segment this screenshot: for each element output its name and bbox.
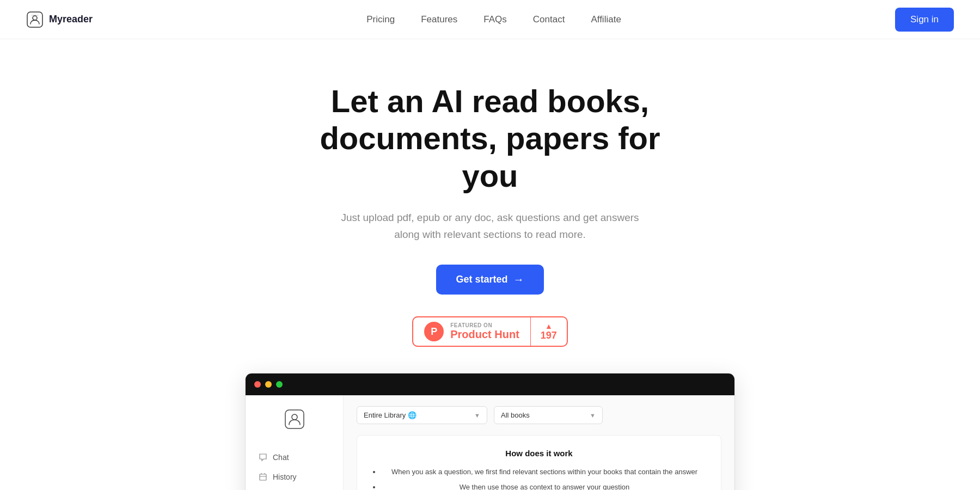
history-icon [259,473,267,481]
nav-faqs[interactable]: FAQs [483,14,507,24]
nav-links: Pricing Features FAQs Contact Affiliate [366,14,621,25]
hero-subtitle: Just upload pdf, epub or any doc, ask qu… [338,210,642,243]
logo-text: Myreader [49,14,93,25]
app-main: Entire Library 🌐 ▼ All books ▼ How does … [344,395,734,490]
nav-features[interactable]: Features [421,14,457,24]
books-chevron-icon: ▼ [590,412,596,419]
product-hunt-badge[interactable]: P FEATURED ON Product Hunt ▲ 197 [412,316,568,347]
ph-text-block: FEATURED ON Product Hunt [450,322,519,341]
svg-rect-2 [285,410,304,428]
nav-affiliate[interactable]: Affiliate [591,14,621,24]
ph-product-hunt-label: Product Hunt [450,328,519,341]
window-maximize-dot [276,381,283,388]
sidebar-item-label-history: History [273,473,297,481]
get-started-button[interactable]: Get started → [436,265,543,295]
get-started-label: Get started [456,274,507,285]
library-select-value: Entire Library 🌐 [364,411,416,419]
list-item: When you ask a question, we first find r… [381,467,708,477]
ph-count: 197 [541,330,557,341]
books-select-value: All books [501,411,530,419]
app-content-title: How does it work [370,449,708,458]
sidebar-logo-icon [284,408,305,430]
app-sidebar: Chat History Upload Library [246,395,344,490]
ph-logo-circle: P [424,322,444,341]
app-content: How does it work When you ask a question… [357,435,721,490]
sidebar-logo [284,408,305,432]
app-body: Chat History Upload Library [246,395,734,490]
chat-icon [259,453,267,462]
app-toolbar: Entire Library 🌐 ▼ All books ▼ [357,406,721,424]
nav-pricing[interactable]: Pricing [366,14,395,24]
arrow-icon: → [513,273,524,286]
app-preview-wrapper: Chat History Upload Library [245,373,735,490]
sidebar-item-chat[interactable]: Chat [246,448,343,467]
list-item: We then use those as context to answer y… [381,482,708,490]
app-topbar [246,373,734,395]
nav-contact[interactable]: Contact [533,14,565,24]
app-content-list: When you ask a question, we first find r… [370,467,708,490]
sidebar-item-upload[interactable]: Upload [246,487,343,490]
logo[interactable]: Myreader [26,11,93,28]
sidebar-item-history[interactable]: History [246,467,343,487]
sidebar-item-label-chat: Chat [273,453,289,462]
window-minimize-dot [265,381,272,388]
ph-p-letter: P [431,326,437,338]
ph-vote-count: ▲ 197 [531,322,567,341]
ph-featured-label: FEATURED ON [450,322,492,328]
app-preview: Chat History Upload Library [245,373,735,490]
library-chevron-icon: ▼ [474,412,480,419]
ph-upvote-arrow: ▲ [545,322,553,330]
sidebar-nav: Chat History Upload Library [246,448,343,490]
svg-rect-0 [27,12,42,27]
svg-rect-4 [260,474,266,480]
hero-title: Let an AI read books, documents, papers … [299,83,681,194]
navbar: Myreader Pricing Features FAQs Contact A… [0,0,980,39]
hero-section: Let an AI read books, documents, papers … [0,39,980,490]
logo-icon [26,11,44,28]
svg-point-1 [33,16,37,20]
library-select[interactable]: Entire Library 🌐 ▼ [357,406,487,424]
window-close-dot [254,381,261,388]
books-select[interactable]: All books ▼ [494,406,603,424]
ph-left: P FEATURED ON Product Hunt [413,322,530,341]
signin-button[interactable]: Sign in [895,8,954,32]
svg-point-3 [292,414,297,420]
